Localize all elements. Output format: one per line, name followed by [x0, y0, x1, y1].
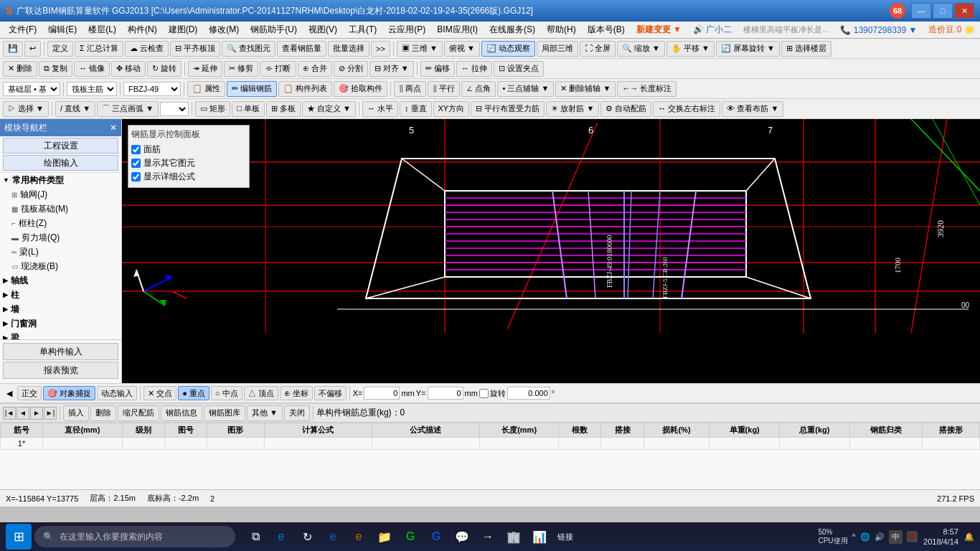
dynamic-view-button[interactable]: 🔄 动态观察: [481, 41, 535, 57]
menu-help[interactable]: 帮助(H): [541, 22, 582, 37]
zoom-button[interactable]: 🔍 缩放 ▼: [617, 41, 665, 57]
sidebar-group-common[interactable]: ▼常用构件类型: [0, 173, 121, 187]
sidebar-item-shear-wall[interactable]: ▬剪力墙(Q): [0, 230, 121, 245]
delete-button[interactable]: ✕ 删除: [3, 61, 37, 77]
more-tools-button[interactable]: >>: [371, 41, 390, 57]
trim-button[interactable]: ✂ 修剪: [224, 61, 258, 77]
building-icon[interactable]: 🏢: [502, 525, 525, 548]
extend-button[interactable]: ↠ 延伸: [188, 61, 222, 77]
y-input[interactable]: [428, 387, 463, 400]
refresh-icon[interactable]: ↻: [296, 525, 319, 548]
menu-cloud[interactable]: 云应用(P): [382, 22, 431, 37]
sidebar-group-col[interactable]: ▶柱: [0, 288, 121, 302]
menu-draw[interactable]: 建图(D): [163, 22, 204, 37]
rebar-close-button[interactable]: 关闭: [284, 405, 310, 421]
rotate-input[interactable]: [507, 387, 550, 400]
draw-select[interactable]: [160, 102, 189, 116]
snap-orthogonal-button[interactable]: 正交: [17, 386, 42, 400]
rebar-library-button[interactable]: 钢筋图库: [204, 405, 245, 421]
top-view-button[interactable]: 俯视 ▼: [444, 41, 480, 57]
parallel-lay-button[interactable]: ⊟ 平行布置受力筋: [471, 101, 545, 117]
app-icon[interactable]: 📊: [528, 525, 551, 548]
pan-button[interactable]: ✋ 平移 ▼: [666, 41, 715, 57]
menu-bim[interactable]: BIM应用(I): [431, 22, 484, 37]
nav-first-button[interactable]: |◄: [3, 407, 16, 420]
minimize-button[interactable]: —: [911, 3, 931, 19]
layer-select[interactable]: 基础层 • 基础: [3, 82, 60, 96]
sidebar-item-column[interactable]: ⌐框柱(Z): [0, 216, 121, 230]
sidebar-group-wall[interactable]: ▶墙: [0, 302, 121, 316]
edit-button[interactable]: ✏ 偏移: [420, 61, 455, 77]
align-floor-button[interactable]: ⊟ 平齐板顶: [170, 41, 220, 57]
view-rebar-button[interactable]: 查看钢筋量: [277, 41, 326, 57]
ime-cn[interactable]: 中: [889, 530, 903, 544]
xy-button[interactable]: XY方向: [433, 101, 470, 117]
three-point-aux-button[interactable]: • 三点辅轴 ▼: [497, 81, 554, 97]
snap-dynamic-button[interactable]: 动态输入: [97, 386, 137, 400]
menu-version[interactable]: 版本号(B): [582, 22, 631, 37]
angle-button[interactable]: ∠ 点角: [461, 81, 496, 97]
menu-edit[interactable]: 编辑(E): [42, 22, 83, 37]
show-formula-check[interactable]: [131, 172, 141, 182]
green-g-icon[interactable]: G: [399, 525, 422, 548]
undo-button[interactable]: ↩: [24, 41, 41, 57]
notification-icon[interactable]: 🔔: [964, 532, 974, 542]
pick-component-button[interactable]: 🎯 拾取构件: [334, 81, 387, 97]
auto-config-button[interactable]: ⚙ 自动配筋: [600, 101, 651, 117]
single-board-button[interactable]: □ 单板: [232, 101, 265, 117]
blue-g-icon[interactable]: G: [425, 525, 448, 548]
sidebar-item-raft[interactable]: ▦筏板基础(M): [0, 202, 121, 216]
set-grip-button[interactable]: ⊡ 设置夹点: [494, 61, 544, 77]
stretch-button[interactable]: ↔ 拉伸: [456, 61, 492, 77]
snap-center-button[interactable]: ○ 中点: [211, 386, 242, 400]
show-formula-checkbox[interactable]: 显示详细公式: [131, 171, 246, 183]
x-input[interactable]: [364, 387, 400, 400]
single-input-button[interactable]: 单构件输入: [3, 343, 118, 360]
move-button[interactable]: ✥ 移动: [111, 61, 146, 77]
ime-s[interactable]: S: [907, 531, 918, 542]
start-button[interactable]: ⊞: [6, 524, 32, 550]
draw-input-button[interactable]: 绘图输入: [3, 155, 118, 171]
snap-midpoint-button[interactable]: ● 重点: [178, 386, 209, 400]
menu-rebar-assist[interactable]: 钢筋助手(U): [245, 22, 303, 37]
snap-expand-icon[interactable]: ◀: [3, 387, 16, 400]
snap-coord-button[interactable]: ⊕ 坐标: [280, 386, 313, 400]
parallel-button[interactable]: ∥ 平行: [428, 81, 460, 97]
length-mark-button[interactable]: ←→ 长度标注: [617, 81, 677, 97]
rebar-insert-button[interactable]: 插入: [63, 405, 89, 421]
chat-icon[interactable]: 💬: [451, 525, 473, 548]
snap-intersection-button[interactable]: ✕ 交点: [143, 386, 176, 400]
rebar-other-button[interactable]: 其他 ▼: [247, 405, 283, 421]
property-button[interactable]: 📋 属性: [187, 81, 225, 97]
delete-aux-button[interactable]: ✕ 删除辅轴 ▼: [555, 81, 616, 97]
menu-component[interactable]: 构件(N): [122, 22, 163, 37]
batch-select-button[interactable]: 批量选择: [328, 41, 369, 57]
menu-guangxiao[interactable]: 🔊 广小二: [687, 22, 738, 37]
menu-new-change[interactable]: 新建变更 ▼: [631, 22, 687, 37]
sidebar-item-axis[interactable]: ⊞轴网(J): [0, 187, 121, 202]
rebar-scale-button[interactable]: 缩尺配筋: [118, 405, 159, 421]
line-tool-button[interactable]: / 直线 ▼: [55, 101, 95, 117]
define-button[interactable]: 定义: [47, 41, 73, 57]
snap-object-button[interactable]: 🎯 对象捕捉: [43, 386, 95, 400]
taskview-icon[interactable]: ⧉: [244, 525, 267, 548]
sidebar-item-slab[interactable]: ▭现浇板(B): [0, 259, 121, 273]
volume-icon[interactable]: 🔊: [875, 532, 885, 542]
merge-button[interactable]: ⊕ 合并: [298, 61, 332, 77]
edge-icon[interactable]: e: [270, 525, 293, 548]
save-button[interactable]: 💾: [3, 41, 23, 57]
nav-last-button[interactable]: ►|: [44, 407, 57, 420]
local-3d-button[interactable]: 局部三维: [537, 41, 578, 57]
menu-modify[interactable]: 修改(M): [203, 22, 245, 37]
arc-tool-button[interactable]: ⌒ 三点画弧 ▼: [97, 101, 159, 117]
face-bar-check[interactable]: [131, 145, 141, 154]
horizontal-button[interactable]: ↔ 水平: [362, 101, 398, 117]
menu-floor[interactable]: 楼层(L): [83, 22, 122, 37]
show-other-check[interactable]: [131, 159, 141, 168]
taskbar-search-box[interactable]: 🔍 在这里输入你要搜索的内容: [34, 526, 235, 547]
bar-type-select[interactable]: 筏板主筋: [67, 82, 117, 96]
split-button[interactable]: ⊘ 分割: [334, 61, 368, 77]
fullscreen-button[interactable]: ⛶ 全屏: [580, 41, 616, 57]
menu-view[interactable]: 视图(V): [303, 22, 343, 37]
menu-points[interactable]: 造价豆:0 🌟: [923, 22, 980, 37]
